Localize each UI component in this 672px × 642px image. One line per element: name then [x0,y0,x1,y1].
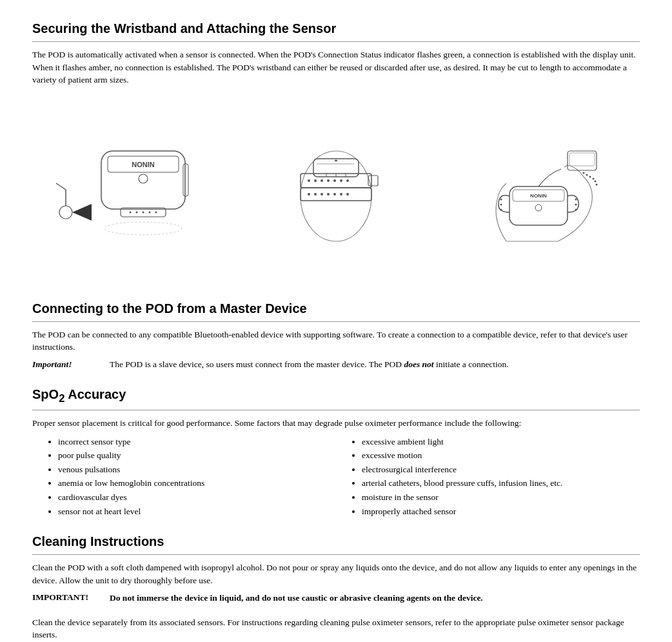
cleaning-important-bold: Do not immerse the device in liquid, and… [110,592,483,605]
svg-rect-52 [569,153,595,166]
spo2-heading: SpO2 Accuracy [32,385,640,406]
svg-line-13 [56,183,66,190]
svg-point-16 [301,151,371,241]
cleaning-body1: Clean the POD with a soft cloth dampened… [32,561,640,587]
list-item: moisture in the sensor [362,490,640,505]
svg-point-19 [308,179,310,182]
list-item: electrosurgical interference [362,463,640,477]
svg-point-23 [333,179,336,182]
list-item: poor pulse quality [58,448,336,463]
svg-rect-51 [568,151,597,170]
list-item: venous pulsations [58,463,336,477]
device-svg-2 [252,112,420,267]
svg-point-3 [139,174,148,183]
svg-point-25 [346,179,349,182]
svg-text:NONIN: NONIN [530,193,547,199]
svg-point-36 [327,193,330,196]
svg-point-9 [155,211,157,213]
svg-point-11 [59,206,72,219]
svg-point-24 [340,179,342,182]
device-svg-3: NONIN [455,112,622,267]
connecting-does-not: does not [404,359,433,369]
list-item: sensor not at heart level [58,505,336,519]
spo2-list-left: incorrect sensor type poor pulse quality… [32,435,336,519]
svg-point-21 [321,179,323,182]
spo2-bullets-left: incorrect sensor type poor pulse quality… [32,435,336,519]
svg-point-22 [327,179,330,182]
list-item: cardiovascular dyes [58,490,336,505]
cleaning-body2: Clean the device separately from its ass… [32,616,640,641]
svg-marker-28 [334,159,338,161]
securing-heading: Securing the Wristband and Attaching the… [32,19,640,37]
cleaning-important-label: IMPORTANT! [32,592,110,604]
spo2-section: SpO2 Accuracy Proper sensor placement is… [32,385,640,518]
svg-point-57 [595,180,597,182]
svg-point-38 [340,193,342,196]
svg-point-55 [589,176,591,177]
connecting-divider [32,321,640,322]
securing-body: The POD is automatically activated when … [32,48,640,86]
spo2-list-right: excessive ambient light excessive motion… [336,435,640,519]
securing-divider [32,41,640,42]
svg-point-8 [149,211,151,213]
svg-text:NONIN: NONIN [132,161,155,168]
svg-point-47 [500,208,502,210]
spo2-heading-suffix: Accuracy [64,387,126,401]
svg-point-49 [575,203,577,205]
device-images-row: NONIN [32,99,640,280]
list-item: excessive motion [362,448,640,463]
list-item: excessive ambient light [362,435,640,449]
svg-point-54 [586,174,588,176]
spo2-body: Proper sensor placement is critical for … [32,417,640,430]
list-item: arterial catheters, blood pressure cuffs… [362,476,640,490]
svg-point-45 [500,198,502,200]
cleaning-divider [32,554,640,555]
svg-point-5 [130,211,132,213]
spo2-bullets: incorrect sensor type poor pulse quality… [32,435,640,519]
connecting-important-label: Important! [32,359,110,371]
svg-rect-41 [509,186,568,225]
list-item: incorrect sensor type [58,435,336,449]
svg-point-58 [596,183,598,185]
svg-point-33 [308,193,310,196]
cleaning-important-row: IMPORTANT! Do not immerse the device in … [32,592,640,610]
device-svg-1: NONIN [50,112,217,267]
svg-point-7 [143,211,144,213]
cleaning-heading: Cleaning Instructions [32,532,640,550]
svg-point-53 [583,172,585,174]
device-image-2 [246,106,426,274]
spo2-sub: 2 [59,392,64,405]
list-item: anemia or low hemoglobin concentrations [58,476,336,490]
svg-point-37 [333,193,336,196]
svg-point-15 [104,222,182,235]
svg-rect-14 [183,164,188,196]
connecting-important-text-before: The POD is a slave device, so users must… [110,359,404,369]
svg-point-39 [346,193,349,196]
spo2-heading-prefix: SpO [32,387,59,401]
list-item: improperly attached sensor [362,505,640,519]
svg-point-35 [321,193,323,196]
connecting-body: The POD can be connected to any compatib… [32,328,640,354]
connecting-section: Connecting to the POD from a Master Devi… [32,299,640,371]
device-image-3: NONIN [448,106,629,274]
svg-point-56 [593,177,595,179]
spo2-bullets-right: excessive ambient light excessive motion… [336,435,640,519]
svg-point-6 [136,211,138,213]
svg-point-48 [575,198,577,200]
spo2-divider [32,410,640,410]
svg-point-20 [314,179,317,182]
svg-point-44 [535,205,542,211]
svg-point-34 [314,193,317,196]
securing-section: Securing the Wristband and Attaching the… [32,19,640,280]
svg-marker-10 [72,204,92,221]
connecting-heading: Connecting to the POD from a Master Devi… [32,299,640,317]
svg-point-50 [575,208,577,210]
cleaning-section: Cleaning Instructions Clean the POD with… [32,532,640,641]
connecting-important-row: Important! The POD is a slave device, so… [32,359,640,371]
svg-point-46 [500,203,502,205]
svg-rect-0 [101,151,185,209]
connecting-important-text-after: initiate a connection. [434,359,509,369]
device-image-1: NONIN [43,106,224,274]
connecting-important-text: The POD is a slave device, so users must… [110,359,509,371]
